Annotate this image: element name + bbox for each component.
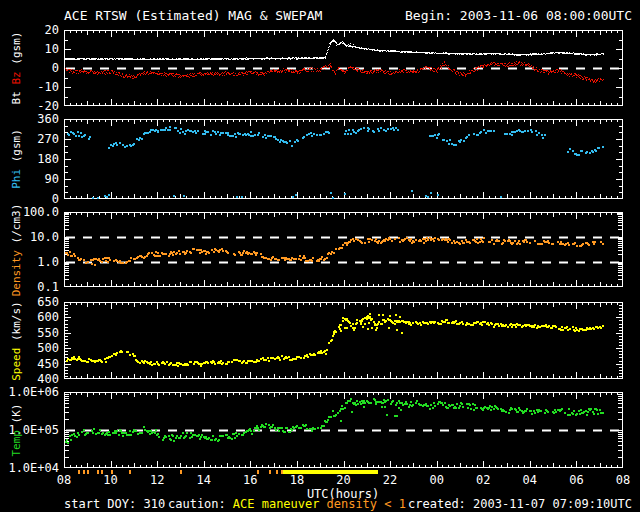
y-tick-label-speed: 550	[37, 326, 59, 340]
y-tick-label-density: 100.0	[23, 205, 59, 219]
caution-density-label: density < 1	[327, 497, 406, 511]
density-caution-marker	[111, 470, 113, 474]
density-caution-marker	[269, 470, 271, 474]
y-tick-label-mag: 20	[45, 23, 59, 37]
plot-title: ACE RTSW (Estimated) MAG & SWEPAM	[64, 8, 322, 23]
density-caution-marker	[129, 470, 131, 474]
y-tick-label-speed: 450	[37, 357, 59, 371]
y-tick-label-phi: 360	[37, 112, 59, 126]
y-axis-title-part: Bt	[10, 85, 23, 105]
y-tick-label-mag: 0	[52, 61, 59, 75]
density-caution-marker	[257, 470, 259, 474]
density-caution-marker	[97, 470, 99, 474]
caution-label: caution:	[168, 497, 226, 511]
density-caution-marker	[83, 470, 85, 474]
y-axis-title-part: Phi	[10, 162, 23, 189]
y-axis-title-part: Speed	[10, 341, 23, 381]
panel-canvas-density	[64, 212, 623, 287]
y-tick-label-temp: 1.0E+06	[8, 385, 59, 399]
x-tick-label: 18	[290, 473, 304, 487]
x-tick-label: 08	[57, 473, 71, 487]
y-axis-title-speed: Speed (km/s)	[10, 301, 23, 381]
panel-canvas-speed	[64, 302, 623, 379]
x-tick-label: 06	[569, 473, 583, 487]
y-tick-label-phi: 0	[52, 192, 59, 206]
y-axis-title-part: (K)	[10, 404, 23, 424]
y-tick-label-speed: 500	[37, 341, 59, 355]
density-caution-marker	[78, 470, 80, 474]
y-axis-title-part: (km/s)	[10, 301, 23, 341]
x-tick-label: 02	[476, 473, 490, 487]
density-caution-marker	[180, 470, 182, 474]
y-axis-title-phi: Phi (gsm)	[10, 129, 23, 189]
x-tick-label: 14	[197, 473, 211, 487]
created-timestamp: created: 2003-11-07 07:09:10UTC	[408, 497, 632, 511]
y-axis-title-part: Temp	[10, 423, 23, 456]
y-tick-label-density: 0.1	[37, 280, 59, 294]
y-axis-title-part: (gsm)	[10, 129, 23, 162]
y-axis-title-temp: Temp (K)	[10, 404, 23, 457]
x-tick-label: 08	[616, 473, 630, 487]
y-axis-title-density: Density (/cm3)	[10, 203, 23, 296]
start-doy-label: start DOY: 310	[64, 497, 165, 511]
density-caution-marker	[87, 470, 89, 474]
y-axis-title-part: Bz	[10, 65, 23, 85]
y-tick-label-mag: -10	[37, 80, 59, 94]
panel-canvas-phi	[64, 119, 623, 199]
density-caution-marker	[276, 470, 278, 474]
y-axis-title-mag: Bt Bz (gsm)	[10, 32, 23, 105]
maneuver-caution-bar	[283, 470, 378, 474]
y-tick-label-speed: 400	[37, 372, 59, 386]
x-tick-label: 12	[150, 473, 164, 487]
density-caution-marker	[101, 470, 103, 474]
y-axis-title-part: Density	[10, 243, 23, 296]
y-tick-label-mag: 10	[45, 42, 59, 56]
ace-rtsw-plot: ACE RTSW (Estimated) MAG & SWEPAM Begin:…	[0, 0, 640, 512]
x-tick-label: 22	[383, 473, 397, 487]
y-tick-label-phi: 180	[37, 152, 59, 166]
y-tick-label-phi: 90	[45, 172, 59, 186]
y-axis-title-part: (/cm3)	[10, 203, 23, 243]
x-tick-label: 10	[103, 473, 117, 487]
panel-canvas-mag	[64, 30, 623, 106]
y-axis-title-part: (gsm)	[10, 32, 23, 65]
x-tick-label: 20	[336, 473, 350, 487]
y-tick-label-density: 10.0	[30, 230, 59, 244]
y-tick-label-density: 1.0	[37, 255, 59, 269]
x-tick-label: 16	[243, 473, 257, 487]
x-tick-label: 00	[429, 473, 443, 487]
caution-maneuver-label: ACE maneuver	[233, 497, 320, 511]
y-tick-label-temp: 1.0E+04	[8, 461, 59, 475]
y-tick-label-mag: -20	[37, 99, 59, 113]
x-tick-label: 04	[523, 473, 537, 487]
begin-timestamp: Begin: 2003-11-06 08:00:00UTC	[405, 8, 632, 23]
y-tick-label-speed: 650	[37, 295, 59, 309]
panel-canvas-temp	[64, 392, 623, 468]
y-tick-label-speed: 600	[37, 310, 59, 324]
y-tick-label-phi: 270	[37, 132, 59, 146]
